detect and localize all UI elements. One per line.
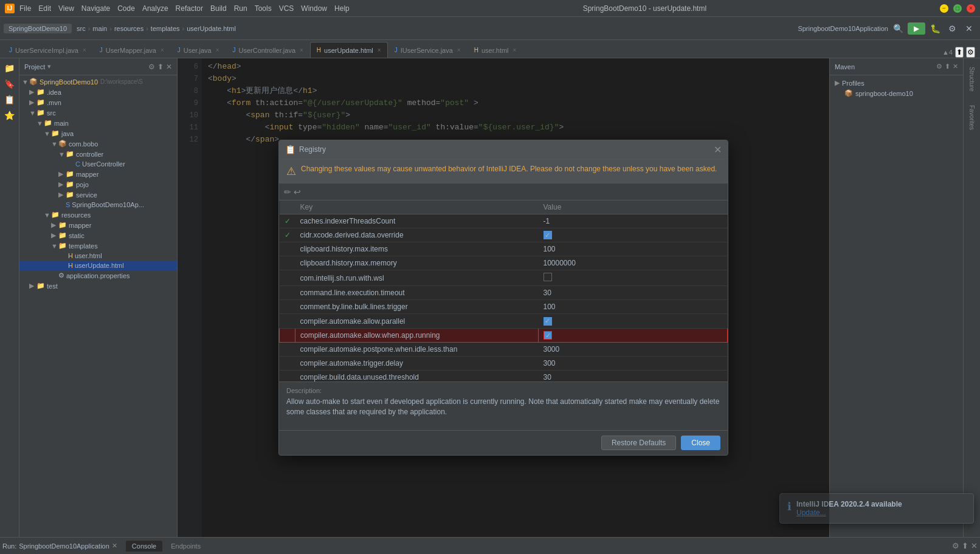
registry-row-11[interactable]: compiler.automake.trigger.delay 300 bbox=[280, 357, 728, 371]
tree-item-springbootdemo10[interactable]: ▼ 📦 SpringBootDemo10 D:\workspace\S bbox=[19, 77, 177, 87]
tree-item-userupdate[interactable]: H userUpdate.html bbox=[19, 261, 177, 270]
tab-user[interactable]: J User.java × bbox=[171, 42, 226, 58]
breadcrumb-src[interactable]: src bbox=[77, 25, 86, 32]
checkbox-allow-running[interactable]: ✓ bbox=[543, 331, 552, 340]
menu-help[interactable]: Help bbox=[334, 4, 350, 13]
close-project-button[interactable]: ✕ bbox=[962, 21, 976, 36]
tab-console[interactable]: Console bbox=[126, 541, 162, 552]
tab-userupdate[interactable]: H userUpdate.html × bbox=[310, 42, 388, 58]
menu-view[interactable]: View bbox=[58, 4, 74, 13]
dialog-edit-icon[interactable]: ✏ bbox=[284, 187, 291, 197]
checkbox-cidr[interactable]: ✓ bbox=[543, 231, 552, 239]
run-close-icon[interactable]: ✕ bbox=[112, 542, 117, 550]
tree-item-idea[interactable]: ▶ 📁 .idea bbox=[19, 87, 177, 97]
registry-row-4[interactable]: clipboard.history.max.memory 10000000 bbox=[280, 256, 728, 270]
tree-item-mapper[interactable]: ▶ 📁 mapper bbox=[19, 169, 177, 179]
editor-settings-button[interactable]: ⚙ bbox=[966, 47, 975, 58]
tree-item-appprops[interactable]: ⚙ application.properties bbox=[19, 270, 177, 281]
tab-endpoints[interactable]: Endpoints bbox=[165, 541, 207, 552]
tab-usermapper[interactable]: J UserMapper.java × bbox=[93, 42, 171, 58]
tree-item-service[interactable]: ▶ 📁 service bbox=[19, 190, 177, 200]
breadcrumb-main[interactable]: main bbox=[92, 25, 107, 32]
registry-row-3[interactable]: clipboard.history.max.items 100 bbox=[280, 242, 728, 256]
bottom-expand-icon[interactable]: ⬆ bbox=[962, 541, 968, 550]
menu-analyze[interactable]: Analyze bbox=[142, 4, 168, 13]
expand-editor-button[interactable]: ⬆ bbox=[955, 47, 964, 58]
menu-window[interactable]: Window bbox=[301, 4, 327, 13]
tree-item-templates[interactable]: ▼ 📁 templates bbox=[19, 241, 177, 251]
registry-row-12[interactable]: compiler.build.data.unused.threshold 30 bbox=[280, 371, 728, 381]
breadcrumb-file[interactable]: userUpdate.html bbox=[187, 25, 236, 32]
restore-defaults-button[interactable]: Restore Defaults bbox=[601, 436, 676, 450]
project-tree-content[interactable]: ▼ 📦 SpringBootDemo10 D:\workspace\S ▶ 📁 … bbox=[19, 75, 177, 537]
structure-icon[interactable]: 📋 bbox=[2, 92, 17, 107]
close-dialog-button[interactable]: Close bbox=[681, 436, 720, 450]
maven-tree[interactable]: ▶ Profiles 📦 springboot-demo10 bbox=[830, 75, 963, 101]
tree-item-usercontroller[interactable]: C UserController bbox=[19, 159, 177, 169]
breadcrumb-templates[interactable]: templates bbox=[151, 25, 180, 32]
debug-button[interactable]: 🐛 bbox=[928, 21, 942, 36]
tab-userhtml[interactable]: H user.html × bbox=[468, 42, 523, 58]
bottom-close-icon[interactable]: ✕ bbox=[971, 541, 978, 550]
maven-springboot-demo10[interactable]: 📦 springboot-demo10 bbox=[830, 88, 963, 98]
tree-expand-icon[interactable]: ⬆ bbox=[157, 63, 164, 71]
registry-row-7[interactable]: comment.by.line.bulk.lines.trigger 100 bbox=[280, 300, 728, 314]
maven-expand-icon[interactable]: ⬆ bbox=[945, 63, 950, 70]
registry-row-6[interactable]: command.line.execution.timeout 30 bbox=[280, 286, 728, 300]
project-badge[interactable]: SpringBootDemo10 bbox=[4, 24, 72, 33]
tree-close-icon[interactable]: ✕ bbox=[166, 63, 172, 71]
tree-item-resources[interactable]: ▼ 📁 resources bbox=[19, 210, 177, 220]
bookmark-icon[interactable]: 🔖 bbox=[2, 77, 17, 91]
menu-vcs[interactable]: VCS bbox=[279, 4, 294, 13]
tree-item-test[interactable]: ▶ 📁 test bbox=[19, 281, 177, 291]
favorites-icon[interactable]: ⭐ bbox=[2, 108, 17, 123]
menu-navigate[interactable]: Navigate bbox=[81, 4, 110, 13]
tab-usercontroller[interactable]: J UserController.java × bbox=[226, 42, 309, 58]
tree-item-combobo[interactable]: ▼ 📦 com.bobo bbox=[19, 138, 177, 149]
maven-close-icon[interactable]: ✕ bbox=[953, 63, 958, 70]
registry-row-5[interactable]: com.intellij.sh.run.with.wsl bbox=[280, 270, 728, 286]
tree-item-controller[interactable]: ▼ 📁 controller bbox=[19, 149, 177, 159]
minimize-button[interactable]: − bbox=[940, 4, 948, 13]
right-icon-structure[interactable]: Structure bbox=[965, 61, 979, 97]
right-icon-favorites[interactable]: Favorites bbox=[965, 100, 979, 136]
tree-item-userhtml[interactable]: H user.html bbox=[19, 251, 177, 261]
close-window-button[interactable]: × bbox=[967, 4, 975, 13]
menu-code[interactable]: Code bbox=[117, 4, 135, 13]
search-everywhere-button[interactable]: 🔍 bbox=[891, 21, 905, 36]
project-icon[interactable]: 📁 bbox=[2, 61, 17, 75]
tab-iuserservice[interactable]: J IUserService.java × bbox=[388, 42, 468, 58]
maven-settings-icon[interactable]: ⚙ bbox=[936, 63, 942, 70]
registry-row-2[interactable]: ✓ cidr.xcode.derived.data.override ✓ bbox=[280, 228, 728, 242]
tree-item-main[interactable]: ▼ 📁 main bbox=[19, 118, 177, 128]
dialog-close-button[interactable]: ✕ bbox=[714, 144, 722, 156]
registry-row-8[interactable]: compiler.automake.allow.parallel ✓ bbox=[280, 314, 728, 329]
checkbox-wsl[interactable] bbox=[543, 273, 552, 281]
tree-item-static[interactable]: ▶ 📁 static bbox=[19, 230, 177, 241]
tab-userserviceimpl[interactable]: J UserServiceImpl.java × bbox=[2, 42, 93, 58]
menu-refactor[interactable]: Refactor bbox=[176, 4, 203, 13]
menu-bar[interactable]: File Edit View Navigate Code Analyze Ref… bbox=[19, 4, 350, 13]
tree-settings-icon[interactable]: ⚙ bbox=[148, 63, 155, 71]
tree-item-springbootapp[interactable]: S SpringBootDemo10Ap... bbox=[19, 200, 177, 210]
bottom-settings-icon[interactable]: ⚙ bbox=[952, 541, 959, 550]
tree-item-pojo[interactable]: ▶ 📁 pojo bbox=[19, 179, 177, 190]
menu-tools[interactable]: Tools bbox=[255, 4, 272, 13]
tree-item-mvn[interactable]: ▶ 📁 .mvn bbox=[19, 97, 177, 108]
tree-item-java[interactable]: ▼ 📁 java bbox=[19, 128, 177, 138]
maximize-button[interactable]: □ bbox=[953, 4, 962, 13]
checkbox-parallel[interactable]: ✓ bbox=[543, 317, 552, 326]
tree-item-src[interactable]: ▼ 📁 src bbox=[19, 108, 177, 118]
registry-row-10[interactable]: compiler.automake.postpone.when.idle.les… bbox=[280, 343, 728, 357]
dialog-revert-icon[interactable]: ↩ bbox=[294, 187, 301, 197]
menu-run[interactable]: Run bbox=[234, 4, 247, 13]
settings-button[interactable]: ⚙ bbox=[945, 21, 959, 36]
dialog-table[interactable]: Key Value ✓ caches.indexerThreadsCount -… bbox=[279, 200, 728, 381]
menu-build[interactable]: Build bbox=[210, 4, 227, 13]
maven-profiles[interactable]: ▶ Profiles bbox=[830, 78, 963, 88]
tree-item-mapper2[interactable]: ▶ 📁 mapper bbox=[19, 220, 177, 230]
breadcrumb-resources[interactable]: resources bbox=[114, 25, 143, 32]
registry-row-9[interactable]: compiler.automake.allow.when.app.running… bbox=[280, 328, 728, 343]
run-button[interactable]: ▶ bbox=[908, 22, 925, 35]
menu-edit[interactable]: Edit bbox=[38, 4, 51, 13]
